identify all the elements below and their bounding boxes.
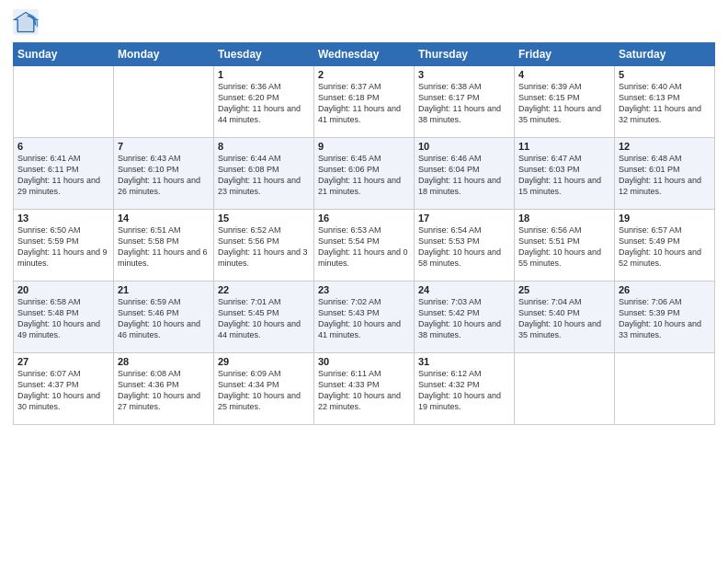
cell-info: Sunrise: 6:08 AM Sunset: 4:36 PM Dayligh…: [118, 368, 210, 413]
cell-info: Sunrise: 6:52 AM Sunset: 5:56 PM Dayligh…: [218, 224, 310, 270]
calendar-cell: 7Sunrise: 6:43 AM Sunset: 6:10 PM Daylig…: [114, 138, 214, 210]
cell-info: Sunrise: 6:57 AM Sunset: 5:49 PM Dayligh…: [619, 224, 711, 270]
day-number: 20: [17, 284, 109, 295]
calendar-cell: 8Sunrise: 6:44 AM Sunset: 6:08 PM Daylig…: [214, 138, 314, 210]
day-number: 12: [619, 141, 711, 152]
cell-info: Sunrise: 6:09 AM Sunset: 4:34 PM Dayligh…: [218, 368, 310, 413]
calendar-cell: 20Sunrise: 6:58 AM Sunset: 5:48 PM Dayli…: [14, 282, 114, 353]
weekday-header-tuesday: Tuesday: [214, 43, 314, 66]
day-number: 5: [619, 69, 711, 80]
cell-info: Sunrise: 6:51 AM Sunset: 5:58 PM Dayligh…: [118, 224, 210, 270]
day-number: 26: [619, 284, 711, 295]
cell-info: Sunrise: 6:11 AM Sunset: 4:33 PM Dayligh…: [318, 368, 410, 413]
day-number: 28: [118, 356, 210, 367]
cell-info: Sunrise: 6:59 AM Sunset: 5:46 PM Dayligh…: [118, 296, 210, 341]
cell-info: Sunrise: 7:06 AM Sunset: 5:39 PM Dayligh…: [619, 296, 711, 341]
day-number: 8: [218, 141, 310, 152]
cell-info: Sunrise: 6:50 AM Sunset: 5:59 PM Dayligh…: [17, 224, 109, 270]
cell-info: Sunrise: 6:48 AM Sunset: 6:01 PM Dayligh…: [619, 153, 711, 198]
logo: [13, 9, 42, 35]
calendar-cell: 19Sunrise: 6:57 AM Sunset: 5:49 PM Dayli…: [615, 210, 715, 282]
day-number: 11: [518, 141, 610, 152]
day-number: 6: [17, 141, 109, 152]
calendar-cell: 4Sunrise: 6:39 AM Sunset: 6:15 PM Daylig…: [515, 66, 615, 138]
day-number: 15: [218, 213, 310, 224]
cell-info: Sunrise: 6:44 AM Sunset: 6:08 PM Dayligh…: [218, 153, 310, 198]
weekday-header-saturday: Saturday: [615, 43, 715, 66]
day-number: 25: [518, 284, 610, 295]
cell-info: Sunrise: 6:46 AM Sunset: 6:04 PM Dayligh…: [418, 153, 510, 198]
calendar-cell: 13Sunrise: 6:50 AM Sunset: 5:59 PM Dayli…: [14, 210, 114, 282]
day-number: 19: [619, 213, 711, 224]
cell-info: Sunrise: 6:41 AM Sunset: 6:11 PM Dayligh…: [17, 153, 109, 198]
calendar-cell: 16Sunrise: 6:53 AM Sunset: 5:54 PM Dayli…: [314, 210, 415, 282]
day-number: 21: [118, 284, 210, 295]
cell-info: Sunrise: 6:54 AM Sunset: 5:53 PM Dayligh…: [418, 224, 510, 270]
calendar-cell: 1Sunrise: 6:36 AM Sunset: 6:20 PM Daylig…: [214, 66, 314, 138]
cell-info: Sunrise: 6:36 AM Sunset: 6:20 PM Dayligh…: [218, 81, 310, 126]
calendar-cell: 12Sunrise: 6:48 AM Sunset: 6:01 PM Dayli…: [615, 138, 715, 210]
cell-info: Sunrise: 6:38 AM Sunset: 6:17 PM Dayligh…: [418, 81, 510, 126]
day-number: 1: [218, 69, 310, 80]
calendar-table: SundayMondayTuesdayWednesdayThursdayFrid…: [13, 42, 715, 425]
calendar-cell: 28Sunrise: 6:08 AM Sunset: 4:36 PM Dayli…: [114, 353, 214, 425]
calendar-cell: 17Sunrise: 6:54 AM Sunset: 5:53 PM Dayli…: [415, 210, 515, 282]
cell-info: Sunrise: 6:58 AM Sunset: 5:48 PM Dayligh…: [17, 296, 109, 341]
calendar-cell: 25Sunrise: 7:04 AM Sunset: 5:40 PM Dayli…: [515, 282, 615, 353]
day-number: 24: [418, 284, 510, 295]
calendar-cell: [515, 353, 615, 425]
day-number: 18: [518, 213, 610, 224]
cell-info: Sunrise: 6:12 AM Sunset: 4:32 PM Dayligh…: [418, 368, 510, 413]
cell-info: Sunrise: 6:56 AM Sunset: 5:51 PM Dayligh…: [518, 224, 610, 270]
weekday-header-friday: Friday: [515, 43, 615, 66]
calendar-cell: 27Sunrise: 6:07 AM Sunset: 4:37 PM Dayli…: [14, 353, 114, 425]
calendar-cell: 29Sunrise: 6:09 AM Sunset: 4:34 PM Dayli…: [214, 353, 314, 425]
day-number: 27: [17, 356, 109, 367]
calendar-cell: 11Sunrise: 6:47 AM Sunset: 6:03 PM Dayli…: [515, 138, 615, 210]
day-number: 23: [318, 284, 410, 295]
day-number: 13: [17, 213, 109, 224]
cell-info: Sunrise: 6:45 AM Sunset: 6:06 PM Dayligh…: [318, 153, 410, 198]
day-number: 9: [318, 141, 410, 152]
cell-info: Sunrise: 6:53 AM Sunset: 5:54 PM Dayligh…: [318, 224, 410, 270]
calendar-cell: [114, 66, 214, 138]
day-number: 31: [418, 356, 510, 367]
calendar-cell: 26Sunrise: 7:06 AM Sunset: 5:39 PM Dayli…: [615, 282, 715, 353]
calendar-cell: 9Sunrise: 6:45 AM Sunset: 6:06 PM Daylig…: [314, 138, 415, 210]
weekday-header-thursday: Thursday: [415, 43, 515, 66]
day-number: 10: [418, 141, 510, 152]
cell-info: Sunrise: 7:02 AM Sunset: 5:43 PM Dayligh…: [318, 296, 410, 341]
day-number: 16: [318, 213, 410, 224]
calendar-cell: 2Sunrise: 6:37 AM Sunset: 6:18 PM Daylig…: [314, 66, 415, 138]
calendar-cell: 18Sunrise: 6:56 AM Sunset: 5:51 PM Dayli…: [515, 210, 615, 282]
calendar-cell: [615, 353, 715, 425]
weekday-header-sunday: Sunday: [14, 43, 114, 66]
calendar-cell: 21Sunrise: 6:59 AM Sunset: 5:46 PM Dayli…: [114, 282, 214, 353]
calendar-cell: 6Sunrise: 6:41 AM Sunset: 6:11 PM Daylig…: [14, 138, 114, 210]
calendar-cell: 30Sunrise: 6:11 AM Sunset: 4:33 PM Dayli…: [314, 353, 415, 425]
day-number: 3: [418, 69, 510, 80]
calendar-cell: 14Sunrise: 6:51 AM Sunset: 5:58 PM Dayli…: [114, 210, 214, 282]
day-number: 4: [518, 69, 610, 80]
calendar-cell: 23Sunrise: 7:02 AM Sunset: 5:43 PM Dayli…: [314, 282, 415, 353]
cell-info: Sunrise: 7:01 AM Sunset: 5:45 PM Dayligh…: [218, 296, 310, 341]
day-number: 29: [218, 356, 310, 367]
day-number: 14: [118, 213, 210, 224]
calendar-cell: 15Sunrise: 6:52 AM Sunset: 5:56 PM Dayli…: [214, 210, 314, 282]
day-number: 30: [318, 356, 410, 367]
calendar-cell: 10Sunrise: 6:46 AM Sunset: 6:04 PM Dayli…: [415, 138, 515, 210]
calendar-cell: 24Sunrise: 7:03 AM Sunset: 5:42 PM Dayli…: [415, 282, 515, 353]
cell-info: Sunrise: 7:03 AM Sunset: 5:42 PM Dayligh…: [418, 296, 510, 341]
calendar-cell: 22Sunrise: 7:01 AM Sunset: 5:45 PM Dayli…: [214, 282, 314, 353]
day-number: 17: [418, 213, 510, 224]
weekday-header-monday: Monday: [114, 43, 214, 66]
cell-info: Sunrise: 6:37 AM Sunset: 6:18 PM Dayligh…: [318, 81, 410, 126]
cell-info: Sunrise: 6:47 AM Sunset: 6:03 PM Dayligh…: [518, 153, 610, 198]
calendar-cell: [14, 66, 114, 138]
day-number: 22: [218, 284, 310, 295]
cell-info: Sunrise: 6:07 AM Sunset: 4:37 PM Dayligh…: [17, 368, 109, 413]
cell-info: Sunrise: 6:39 AM Sunset: 6:15 PM Dayligh…: [518, 81, 610, 126]
cell-info: Sunrise: 6:43 AM Sunset: 6:10 PM Dayligh…: [118, 153, 210, 198]
logo-icon: [13, 9, 39, 35]
day-number: 7: [118, 141, 210, 152]
